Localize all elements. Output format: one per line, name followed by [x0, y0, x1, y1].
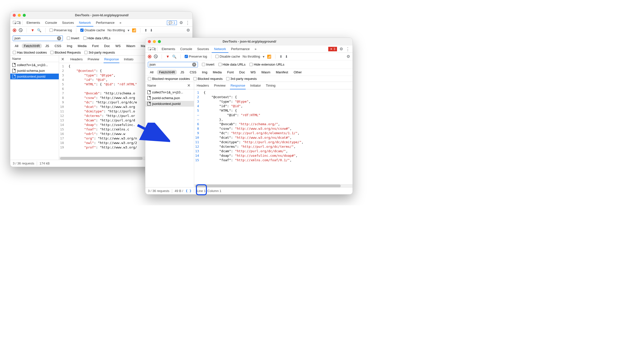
kebab-icon[interactable]: ⋮ — [346, 47, 350, 51]
request-item[interactable]: jsonld-schema.json — [10, 68, 59, 74]
type-media[interactable]: Media — [211, 70, 224, 75]
issues-badge[interactable]: 💬 1 — [167, 21, 177, 25]
network-settings-icon[interactable]: ⚙ — [186, 28, 190, 33]
device-toolbar-icon[interactable] — [17, 21, 21, 25]
type-manifest[interactable]: Manifest — [274, 70, 290, 75]
wifi-icon[interactable]: 📶 — [267, 55, 271, 59]
dtab-initiator[interactable]: Initiator — [250, 82, 261, 89]
dtab-preview[interactable]: Preview — [87, 56, 100, 63]
extra-blocked-requests[interactable]: Blocked Requests — [50, 51, 81, 54]
clear-icon[interactable] — [154, 55, 158, 58]
request-item[interactable]: collect?v=1&_v=j10... — [10, 62, 59, 68]
response-body[interactable]: 12345––689101112131415 { "@context": { "… — [194, 89, 353, 184]
filter-input[interactable]: ✕ — [148, 62, 198, 67]
request-item[interactable]: collect?v=1&_v=j10... — [145, 89, 194, 95]
close-icon[interactable] — [148, 40, 151, 43]
download-icon[interactable]: ⬇ — [150, 28, 153, 32]
tab-elements[interactable]: Elements — [159, 45, 178, 53]
maximize-icon[interactable] — [23, 14, 26, 17]
dtab-headers[interactable]: Headers — [70, 56, 83, 63]
dtab-timing[interactable]: Timing — [265, 82, 276, 89]
throttling-select[interactable]: No throttling — [243, 55, 260, 58]
clear-filter-icon[interactable]: ✕ — [57, 36, 61, 40]
request-item[interactable]: jsonldcontext.jsonld — [10, 74, 59, 79]
type-font[interactable]: Font — [225, 70, 236, 75]
disable-cache-checkbox[interactable]: Disable cache — [215, 55, 240, 58]
clear-filter-icon[interactable]: ✕ — [192, 63, 196, 67]
overflow-tabs[interactable]: » — [117, 19, 124, 27]
close-icon[interactable] — [13, 14, 16, 17]
preserve-log-checkbox[interactable]: Preserve log — [50, 28, 72, 32]
dtab-response[interactable]: Response — [230, 82, 246, 89]
invert-checkbox[interactable]: Invert — [67, 36, 79, 40]
titlebar[interactable]: DevTools - json-ld.org/playground/ — [10, 12, 192, 19]
tab-performance[interactable]: Performance — [93, 19, 117, 27]
issues-badge[interactable]: ✕ 3 — [328, 47, 337, 51]
download-icon[interactable]: ⬇ — [285, 55, 288, 59]
tab-console[interactable]: Console — [178, 45, 195, 53]
dtab-headers[interactable]: Headers — [196, 82, 209, 89]
type-fetchxhr[interactable]: Fetch/XHR — [157, 70, 177, 75]
dtab-initiator[interactable]: Initiato — [123, 56, 134, 63]
type-all[interactable]: All — [13, 44, 20, 48]
type-ws[interactable]: WS — [113, 44, 123, 48]
tab-network[interactable]: Network — [212, 45, 229, 53]
extra-blocked-requests[interactable]: Blocked requests — [193, 77, 223, 81]
type-ws[interactable]: WS — [248, 70, 258, 75]
type-doc[interactable]: Doc — [237, 70, 247, 75]
network-settings-icon[interactable]: ⚙ — [347, 54, 350, 59]
close-detail-icon[interactable]: ✕ — [187, 83, 190, 88]
type-all[interactable]: All — [148, 70, 155, 75]
record-icon[interactable] — [13, 29, 16, 32]
inspect-icon[interactable] — [148, 47, 152, 51]
tab-sources[interactable]: Sources — [60, 19, 77, 27]
device-toolbar-icon[interactable] — [152, 47, 156, 51]
tab-elements[interactable]: Elements — [24, 19, 43, 27]
tab-sources[interactable]: Sources — [195, 45, 212, 53]
extra-blocked-response-cookies[interactable]: Blocked response cookies — [148, 77, 190, 81]
extra-has-blocked-cookies[interactable]: Has blocked cookies — [13, 51, 47, 54]
preserve-log-checkbox[interactable]: ✓Preserve log — [185, 55, 207, 58]
filter-text[interactable] — [15, 36, 57, 40]
pretty-print-icon[interactable]: { } — [186, 189, 191, 193]
type-media[interactable]: Media — [76, 44, 89, 48]
gear-icon[interactable]: ⚙ — [179, 20, 183, 25]
upload-icon[interactable]: ⬆ — [144, 28, 147, 32]
hide-ext-urls-checkbox[interactable]: Hide extension URLs — [249, 63, 284, 66]
throttling-select[interactable]: No throttling — [108, 28, 125, 32]
filter-icon[interactable]: ▼ — [166, 54, 170, 59]
hide-data-urls-checkbox[interactable]: Hide data URLs — [218, 63, 246, 66]
type-js[interactable]: JS — [43, 44, 51, 48]
type-img[interactable]: Img — [65, 44, 74, 48]
invert-checkbox[interactable]: Invert — [202, 63, 214, 66]
tab-network[interactable]: Network — [77, 19, 94, 27]
extra--rd-party-requests[interactable]: 3rd-party requests — [84, 51, 115, 54]
name-header[interactable]: Name — [10, 56, 59, 62]
type-img[interactable]: Img — [200, 70, 209, 75]
horizontal-scrollbar[interactable] — [194, 184, 353, 187]
overflow-tabs[interactable]: » — [252, 45, 259, 53]
extra--rd-party-requests[interactable]: 3rd-party requests — [226, 77, 257, 81]
name-header[interactable]: Name ✕ — [145, 82, 194, 89]
kebab-icon[interactable]: ⋮ — [185, 21, 190, 25]
dtab-preview[interactable]: Preview — [213, 82, 226, 89]
inspect-icon[interactable] — [13, 21, 17, 25]
filter-input[interactable]: ✕ — [13, 36, 63, 41]
gear-icon[interactable]: ⚙ — [340, 47, 343, 51]
search-icon[interactable]: 🔍 — [37, 28, 41, 32]
chevron-down-icon[interactable]: ▾ — [128, 28, 129, 32]
type-wasm[interactable]: Wasm — [124, 44, 137, 48]
minimize-icon[interactable] — [153, 40, 156, 43]
type-font[interactable]: Font — [90, 44, 101, 48]
minimize-icon[interactable] — [18, 14, 21, 17]
titlebar[interactable]: DevTools - json-ld.org/playground/ — [145, 38, 353, 45]
type-fetchxhr[interactable]: Fetch/XHR — [22, 44, 42, 48]
clear-icon[interactable] — [19, 28, 23, 32]
disable-cache-checkbox[interactable]: ✓Disable cache — [80, 28, 105, 32]
type-js[interactable]: JS — [178, 70, 186, 75]
wifi-icon[interactable]: 📶 — [132, 28, 136, 32]
tab-performance[interactable]: Performance — [228, 45, 252, 53]
type-css[interactable]: CSS — [53, 44, 63, 48]
maximize-icon[interactable] — [158, 40, 161, 43]
tab-console[interactable]: Console — [43, 19, 60, 27]
